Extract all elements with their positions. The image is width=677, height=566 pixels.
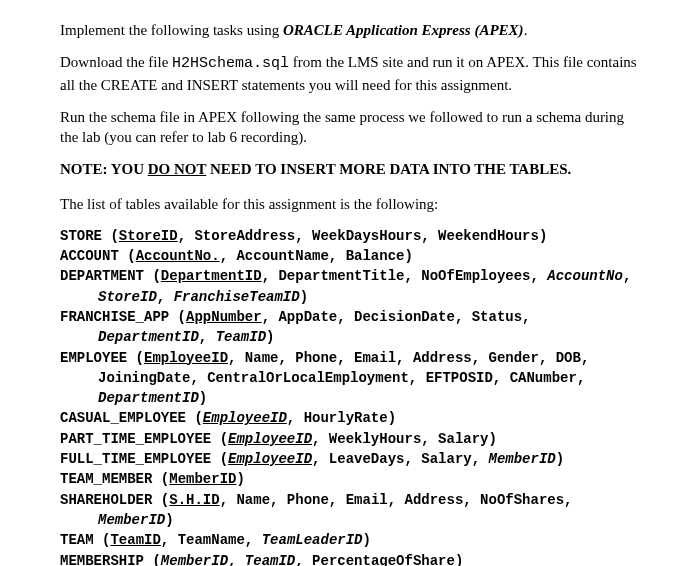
- fk: StoreID: [98, 289, 157, 305]
- table-name: DEPARTMENT: [60, 268, 144, 284]
- fk: FranchiseTeamID: [174, 289, 300, 305]
- wrap: JoiningDate, CentralOrLocalEmployment, E…: [60, 368, 642, 388]
- cols: , Name, Phone, Email, Address, Gender, D…: [228, 350, 589, 366]
- cols: ): [236, 471, 244, 487]
- fk: TeamID: [216, 329, 266, 345]
- sep: ,: [228, 553, 245, 567]
- fk: DepartmentID: [98, 390, 199, 406]
- pkfk: EmployeeID: [228, 431, 312, 447]
- cols: , WeeklyHours, Salary): [312, 431, 497, 447]
- text: NOTE: YOU: [60, 161, 148, 177]
- cols: ): [165, 512, 173, 528]
- table-team-member: TEAM_MEMBER (MemberID): [60, 469, 642, 489]
- cols: , HourlyRate): [287, 410, 396, 426]
- cols: ,: [199, 329, 216, 345]
- fk: MemberID: [98, 512, 165, 528]
- pkfk: EmployeeID: [203, 410, 287, 426]
- fk: AccountNo: [547, 268, 623, 284]
- cols: ,: [623, 268, 631, 284]
- cols: , TeamName,: [161, 532, 262, 548]
- pk: MemberID: [169, 471, 236, 487]
- table-name: FULL_TIME_EMPLOYEE: [60, 451, 211, 467]
- cols: , PercentageOfShare): [295, 553, 463, 567]
- table-team: TEAM (TeamID, TeamName, TeamLeaderID): [60, 530, 642, 550]
- pk: StoreID: [119, 228, 178, 244]
- pkfk: TeamID: [245, 553, 295, 567]
- pkfk: EmployeeID: [228, 451, 312, 467]
- table-name: FRANCHISE_APP: [60, 309, 169, 325]
- list-intro: The list of tables available for this as…: [60, 194, 642, 214]
- apex-emphasis: ORACLE Application Express (APEX): [283, 22, 524, 38]
- text: Download the file: [60, 54, 172, 70]
- text: NEED TO INSERT MORE DATA INTO THE TABLES…: [206, 161, 571, 177]
- fk: TeamLeaderID: [262, 532, 363, 548]
- table-name: ACCOUNT: [60, 248, 119, 264]
- pk: AppNumber: [186, 309, 262, 325]
- cols: ): [300, 289, 308, 305]
- table-franchise-app: FRANCHISE_APP (AppNumber, AppDate, Decis…: [60, 307, 642, 327]
- table-employee: EMPLOYEE (EmployeeID, Name, Phone, Email…: [60, 348, 642, 368]
- cols: ): [199, 390, 207, 406]
- table-name: TEAM_MEMBER: [60, 471, 152, 487]
- text: .: [524, 22, 528, 38]
- wrap: DepartmentID, TeamID): [60, 327, 642, 347]
- note-heading: NOTE: YOU DO NOT NEED TO INSERT MORE DAT…: [60, 159, 642, 179]
- intro-paragraph-1: Implement the following tasks using ORAC…: [60, 20, 642, 40]
- cols: , LeaveDays, Salary,: [312, 451, 488, 467]
- filename: H2HSchema.sql: [172, 55, 289, 72]
- table-name: PART_TIME_EMPLOYEE: [60, 431, 211, 447]
- pk: S.H.ID: [169, 492, 219, 508]
- intro-paragraph-2: Download the file H2HSchema.sql from the…: [60, 52, 642, 95]
- cols: , DepartmentTitle, NoOfEmployees,: [262, 268, 548, 284]
- table-name: EMPLOYEE: [60, 350, 127, 366]
- table-name: TEAM: [60, 532, 94, 548]
- pkfk: MemberID: [161, 553, 228, 567]
- table-account: ACCOUNT (AccountNo., AccountName, Balanc…: [60, 246, 642, 266]
- table-name: MEMBERSHIP: [60, 553, 144, 567]
- pk: TeamID: [110, 532, 160, 548]
- cols: , AccountName, Balance): [220, 248, 413, 264]
- cols: ,: [157, 289, 174, 305]
- fk: MemberID: [489, 451, 556, 467]
- pk: AccountNo.: [136, 248, 220, 264]
- table-membership: MEMBERSHIP (MemberID, TeamID, Percentage…: [60, 551, 642, 567]
- cols: , Name, Phone, Email, Address, NoOfShare…: [220, 492, 573, 508]
- table-full-time-employee: FULL_TIME_EMPLOYEE (EmployeeID, LeaveDay…: [60, 449, 642, 469]
- table-shareholder: SHAREHOLDER (S.H.ID, Name, Phone, Email,…: [60, 490, 642, 510]
- table-casual-employee: CASUAL_EMPLOYEE (EmployeeID, HourlyRate): [60, 408, 642, 428]
- cols: ): [266, 329, 274, 345]
- cols: ): [363, 532, 371, 548]
- document-page: Implement the following tasks using ORAC…: [0, 0, 677, 566]
- table-part-time-employee: PART_TIME_EMPLOYEE (EmployeeID, WeeklyHo…: [60, 429, 642, 449]
- table-name: CASUAL_EMPLOYEE: [60, 410, 186, 426]
- note-emphasis: DO NOT: [148, 161, 206, 177]
- table-store: STORE (StoreID, StoreAddress, WeekDaysHo…: [60, 226, 642, 246]
- fk: DepartmentID: [98, 329, 199, 345]
- table-name: STORE: [60, 228, 102, 244]
- wrap: DepartmentID): [60, 388, 642, 408]
- schema-block: STORE (StoreID, StoreAddress, WeekDaysHo…: [60, 226, 642, 566]
- table-name: SHAREHOLDER: [60, 492, 152, 508]
- pk: EmployeeID: [144, 350, 228, 366]
- cols: ): [556, 451, 564, 467]
- intro-paragraph-3: Run the schema file in APEX following th…: [60, 107, 642, 148]
- cols: , StoreAddress, WeekDaysHours, WeekendHo…: [178, 228, 548, 244]
- wrap: MemberID): [60, 510, 642, 530]
- cols: , AppDate, DecisionDate, Status,: [262, 309, 531, 325]
- table-department: DEPARTMENT (DepartmentID, DepartmentTitl…: [60, 266, 642, 286]
- cols: JoiningDate, CentralOrLocalEmployment, E…: [98, 370, 585, 386]
- pk: DepartmentID: [161, 268, 262, 284]
- text: Implement the following tasks using: [60, 22, 283, 38]
- wrap: StoreID, FranchiseTeamID): [60, 287, 642, 307]
